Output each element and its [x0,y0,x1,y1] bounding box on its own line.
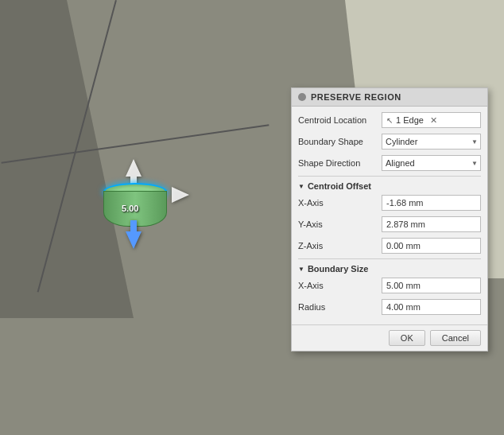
boundary-size-section: ▼ Boundary Size [298,264,481,274]
centroid-z-axis-label: Z-Axis [298,241,382,251]
centroid-y-axis-text: 2.878 mm [386,219,425,229]
panel-header: PRESERVE REGION [292,88,487,107]
centroid-location-value[interactable]: ↖ 1 Edge ✕ [382,112,481,128]
centroid-x-axis-label: X-Axis [298,198,382,208]
boundary-x-axis-label: X-Axis [298,281,382,290]
radius-value[interactable]: 4.00 mm [382,299,481,315]
centroid-y-axis-value[interactable]: 2.878 mm [382,216,481,232]
cursor-icon: ↖ [386,116,393,125]
centroid-location-row: Centroid Location ↖ 1 Edge ✕ [298,111,481,129]
boundary-shape-select[interactable]: Cylinder Box Sphere [382,134,480,149]
panel-footer: OK Cancel [292,324,487,351]
arrow-up-icon [126,159,142,177]
centroid-location-label: Centroid Location [298,115,382,125]
wall-left [0,0,223,318]
shape-direction-select-wrapper[interactable]: Aligned Custom ▼ [382,155,481,171]
shape-direction-select[interactable]: Aligned Custom [382,156,480,170]
boundary-x-axis-row: X-Axis 5.00 mm [298,277,481,294]
arrow-down-icon [126,231,142,249]
cancel-button[interactable]: Cancel [430,330,481,346]
divider-1 [298,176,481,177]
cylinder-shape: 5.00 [103,183,167,227]
centroid-offset-label: Centroid Offset [308,181,371,191]
edge-count-text: 1 Edge [396,115,424,125]
centroid-y-axis-row: Y-Axis 2.878 mm [298,216,481,233]
radius-row: Radius 4.00 mm [298,298,481,316]
ok-button[interactable]: OK [389,330,425,346]
centroid-z-axis-row: Z-Axis 0.00 mm [298,237,481,254]
shape-direction-row: Shape Direction Aligned Custom ▼ [298,154,481,172]
clear-edge-button[interactable]: ✕ [430,115,437,126]
divider-2 [298,258,481,259]
centroid-x-axis-row: X-Axis -1.68 mm [298,194,481,212]
centroid-offset-section: ▼ Centroid Offset [298,181,481,191]
centroid-z-axis-value[interactable]: 0.00 mm [382,238,481,254]
panel-body: Centroid Location ↖ 1 Edge ✕ Boundary Sh… [292,107,487,324]
centroid-z-axis-text: 0.00 mm [386,241,421,251]
panel-header-icon [298,93,306,101]
preserve-region-panel: PRESERVE REGION Centroid Location ↖ 1 Ed… [291,87,488,351]
boundary-x-axis-value[interactable]: 5.00 mm [382,278,481,293]
radius-label: Radius [298,302,382,312]
boundary-size-collapse-icon[interactable]: ▼ [298,266,304,273]
viewport: 5.00 PRESERVE REGION Centroid Location ↖… [0,0,504,435]
centroid-x-axis-value[interactable]: -1.68 mm [382,195,481,211]
boundary-size-label: Boundary Size [308,264,368,274]
centroid-y-axis-label: Y-Axis [298,219,382,229]
boundary-shape-label: Boundary Shape [298,137,382,146]
section-collapse-icon[interactable]: ▼ [298,183,304,190]
radius-text: 4.00 mm [386,302,421,312]
boundary-x-axis-text: 5.00 mm [386,281,421,290]
centroid-x-axis-text: -1.68 mm [386,198,423,208]
cylinder-object: 5.00 [103,183,167,227]
cylinder-label: 5.00 [122,204,138,213]
arrow-right-icon [172,187,189,203]
boundary-shape-select-wrapper[interactable]: Cylinder Box Sphere ▼ [382,134,481,150]
shape-direction-label: Shape Direction [298,158,382,168]
boundary-shape-row: Boundary Shape Cylinder Box Sphere ▼ [298,133,481,150]
panel-title: PRESERVE REGION [311,92,401,102]
